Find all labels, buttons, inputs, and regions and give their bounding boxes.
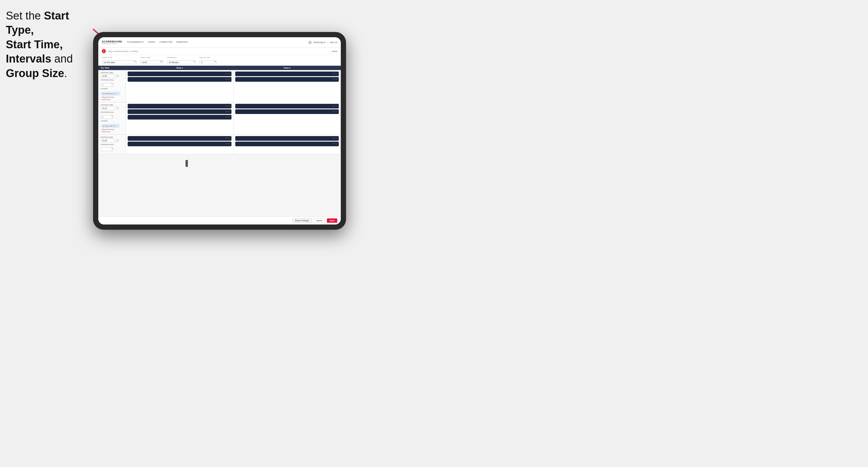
player-x-btn[interactable]: ✕ (333, 111, 334, 113)
player-x-btn[interactable]: ✕ (333, 137, 334, 139)
player-actions: ✕ ✎ (225, 116, 230, 118)
starting-hole-label-2: STARTING HOLE: (101, 112, 123, 113)
nav-committee[interactable]: COMMITTEE (159, 41, 173, 44)
player-x-btn[interactable]: ✕ (225, 137, 227, 139)
group-left-1: STARTING TIME: 🕐 STARTING HOLE: ▲ ▼ (98, 70, 126, 102)
team1-cell-1: ✕ ✎ ✕ ✎ (126, 70, 234, 102)
clock-icon-3: 🕐 (116, 139, 119, 142)
starting-time-input-3[interactable] (101, 139, 115, 143)
player-x-btn[interactable]: ✕ (333, 143, 334, 145)
nav-teams[interactable]: TEAMS (148, 41, 155, 44)
instruction-text: Set the Start Type, Start Time, Interval… (6, 9, 96, 81)
start-time-group: Start Time 🕐 (140, 57, 163, 64)
player-row: ✕ ✎ (235, 71, 339, 76)
player-edit-btn[interactable]: ✎ (335, 73, 337, 75)
player-x-btn[interactable]: ✕ (225, 111, 227, 113)
starting-time-input-2[interactable] (101, 106, 115, 110)
nav-rankings[interactable]: RANKINGS (177, 41, 188, 44)
player-x-btn[interactable]: ✕ (333, 73, 334, 75)
player-x-btn[interactable]: ✕ (225, 105, 227, 107)
hole-spinner-2: ▲ ▼ (101, 114, 114, 119)
intervals-input[interactable] (167, 61, 196, 64)
start-type-select-wrapper: ▾ (102, 59, 137, 64)
nav-tournaments[interactable]: TOURNAMENTS (127, 41, 144, 44)
player-x-btn[interactable]: ✕ (225, 78, 227, 81)
back-button[interactable]: ‹ Back (331, 50, 337, 53)
side-button (186, 160, 188, 167)
player-edit-btn[interactable]: ✎ (335, 143, 337, 145)
tablet-screen: SCOREBOARD Powered by clipp.io TOURNAMEN… (98, 37, 341, 224)
group-size-select-wrapper: ▾ (199, 59, 217, 64)
remove-group-btn-2[interactable]: ○ Remove Group (101, 128, 123, 130)
group-size-group: Group Size ▾ (199, 57, 217, 64)
add-group-btn-1[interactable]: + Add Group (101, 99, 123, 100)
player-row: ✕ ✎ (128, 77, 231, 82)
intervals-label: Intervals (167, 57, 196, 58)
player-bar (237, 110, 333, 113)
player-edit-btn[interactable]: ✎ (228, 111, 230, 113)
player-edit-btn[interactable]: ✎ (228, 143, 230, 145)
player-x-btn[interactable]: ✕ (225, 116, 227, 118)
player-row: ✕ ✎ (235, 104, 339, 108)
hole-spinner-3: ▲ ▼ (101, 146, 114, 151)
starting-time-label-2: STARTING TIME: (101, 104, 123, 106)
user-avatar (308, 41, 312, 44)
starting-time-input-row-3: 🕐 (101, 139, 123, 143)
group-size-input[interactable] (199, 61, 217, 64)
player-x-btn[interactable]: ✕ (225, 143, 227, 145)
start-type-input[interactable] (102, 61, 137, 64)
table-row: STARTING TIME: 🕐 STARTING HOLE: ▲ ▼ (98, 102, 341, 135)
player-edit-btn[interactable]: ✎ (228, 116, 230, 118)
player-bar (129, 110, 225, 113)
breadcrumb: Clipp Invitational (Me) / Hosting (107, 50, 331, 53)
course-remove-2[interactable]: ✕ (116, 125, 118, 127)
start-time-input[interactable] (140, 61, 163, 64)
player-edit-btn[interactable]: ✎ (335, 78, 337, 81)
spinner-down-3[interactable]: ▼ (112, 149, 113, 150)
player-x-btn[interactable]: ✕ (225, 73, 227, 75)
player-actions: ✕ ✎ (225, 111, 230, 113)
player-edit-btn[interactable]: ✎ (228, 137, 230, 139)
sign-out-link[interactable]: Sign out (330, 41, 337, 43)
player-edit-btn[interactable]: ✎ (335, 111, 337, 113)
player-row: ✕ ✎ (235, 136, 339, 141)
player-bar (237, 143, 333, 146)
starting-time-label-1: STARTING TIME: (101, 72, 123, 73)
starting-time-input-1[interactable] (101, 74, 115, 78)
player-actions: ✕ ✎ (333, 105, 337, 107)
navbar: SCOREBOARD Powered by clipp.io TOURNAMEN… (98, 37, 341, 48)
course-remove-1[interactable]: ✕ (117, 92, 119, 95)
player-edit-btn[interactable]: ✎ (228, 105, 230, 107)
player-actions: ✕ ✎ (333, 111, 337, 113)
player-edit-btn[interactable]: ✎ (335, 137, 337, 139)
player-x-btn[interactable]: ✕ (333, 105, 334, 107)
spinner-down-1[interactable]: ▼ (112, 84, 113, 86)
spinner-down-2[interactable]: ▼ (112, 116, 113, 118)
player-x-btn[interactable]: ✕ (333, 78, 334, 81)
player-bar (237, 105, 333, 107)
starting-time-label-3: STARTING TIME: (101, 136, 123, 138)
nav-user: blair@clipp.io | Sign out (308, 41, 337, 44)
settings-row: Start Type ▾ Start Time 🕐 Intervals ▾ (98, 55, 341, 66)
team2-cell-2: ✕ ✎ ✕ ✎ (234, 102, 341, 134)
starting-hole-input-row-1: ▲ ▼ (101, 82, 123, 87)
player-bar (129, 105, 225, 107)
player-actions: ✕ ✎ (225, 73, 230, 75)
cancel-button[interactable]: Cancel (313, 218, 325, 223)
team2-cell-3: ✕ ✎ ✕ ✎ (234, 135, 341, 154)
course-name-1: (A) Peachtree GC (102, 93, 116, 94)
reset-changes-button[interactable]: Reset Changes (292, 218, 312, 223)
start-type-group: Start Type ▾ (102, 57, 137, 64)
add-group-btn-2[interactable]: + Add Group (101, 131, 123, 133)
player-edit-btn[interactable]: ✎ (335, 105, 337, 107)
player-row: ✕ ✎ (128, 115, 231, 120)
player-bar (129, 143, 225, 146)
group-left-3: STARTING TIME: 🕐 STARTING HOLE: ▲ ▼ (98, 135, 126, 154)
spinner-arrows-3: ▲ ▼ (112, 146, 113, 151)
table-content[interactable]: STARTING TIME: 🕐 STARTING HOLE: ▲ ▼ (98, 70, 341, 216)
player-edit-btn[interactable]: ✎ (228, 73, 230, 75)
remove-group-btn-1[interactable]: ○ Remove Group (101, 96, 123, 98)
player-actions: ✕ ✎ (225, 78, 230, 81)
save-button[interactable]: Save (327, 218, 337, 223)
player-edit-btn[interactable]: ✎ (228, 78, 230, 81)
